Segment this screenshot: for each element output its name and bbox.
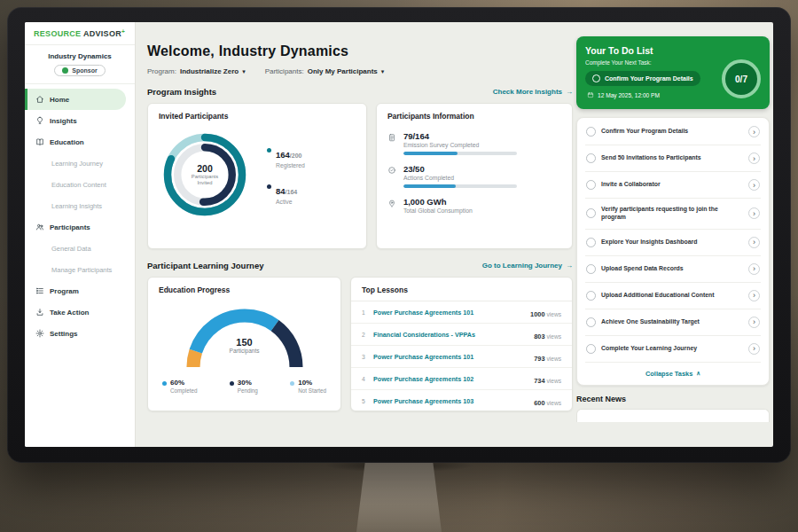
sidebar-item-insights[interactable]: Insights xyxy=(25,110,135,131)
task-label: Send 50 Invitations to Participants xyxy=(601,154,743,162)
chevron-right-icon[interactable]: › xyxy=(748,207,760,219)
task-checkbox[interactable] xyxy=(586,264,596,274)
participants-filter-value: Only My Participants xyxy=(308,67,378,75)
next-task-pill[interactable]: Confirm Your Program Details xyxy=(585,71,700,86)
task-checkbox[interactable] xyxy=(586,153,596,163)
chevron-right-icon[interactable]: › xyxy=(748,343,760,355)
task-circle-icon xyxy=(592,74,600,82)
info-value: 23/50 xyxy=(403,164,517,174)
task-checkbox[interactable] xyxy=(586,317,596,327)
todo-task[interactable]: Confirm Your Program Details › xyxy=(585,119,761,145)
chevron-right-icon[interactable]: › xyxy=(748,237,760,248)
task-checkbox[interactable] xyxy=(586,291,596,301)
location-pin-icon xyxy=(387,199,396,207)
chevron-up-icon: ∧ xyxy=(696,370,700,377)
lesson-row[interactable]: 4 Power Purchase Agreements 102 734views xyxy=(351,368,572,390)
gauge-center-label: 150 Participants xyxy=(178,337,311,354)
program-filter[interactable]: Program: Industrialize Zero ▾ xyxy=(147,67,246,75)
lesson-views: 803 xyxy=(534,332,544,340)
lesson-link[interactable]: Power Purchase Agreements 101 xyxy=(373,309,524,317)
chevron-right-icon[interactable]: › xyxy=(748,126,760,137)
lesson-views-label: views xyxy=(547,400,562,406)
sidebar-item-learning-journey[interactable]: Learning Journey xyxy=(25,153,135,174)
lesson-link[interactable]: Financial Considerations - VPPAs xyxy=(373,331,528,339)
chevron-right-icon[interactable]: › xyxy=(748,290,760,301)
todo-task-list: Confirm Your Program Details › Send 50 I… xyxy=(576,117,770,386)
lesson-link[interactable]: Power Purchase Agreements 102 xyxy=(373,375,528,383)
chevron-right-icon[interactable]: › xyxy=(748,153,760,164)
task-label: Upload Spend Data Records xyxy=(601,265,743,273)
task-checkbox[interactable] xyxy=(586,180,596,190)
task-checkbox[interactable] xyxy=(586,208,596,218)
sidebar-item-take-action[interactable]: Take Action xyxy=(25,301,135,323)
donut-legend: 164/200 Registered 84/164 Active xyxy=(267,145,305,205)
invited-participants-donut: 200 Participants Invited xyxy=(155,125,254,224)
task-checkbox[interactable] xyxy=(586,344,596,354)
todo-task[interactable]: Explore Your Insights Dashboard › xyxy=(585,230,761,256)
arrow-right-icon: → xyxy=(566,88,573,96)
sidebar-item-manage-participants[interactable]: Manage Participants xyxy=(25,259,135,280)
chevron-right-icon[interactable]: › xyxy=(748,317,760,328)
top-lessons-card: Top Lessons 1 Power Purchase Agreements … xyxy=(350,277,573,411)
lesson-views-label: views xyxy=(547,356,562,362)
sidebar-item-education-content[interactable]: Education Content xyxy=(25,174,135,195)
info-row-emission-survey: 79/164 Emission Survey Completed xyxy=(387,131,561,155)
home-icon xyxy=(35,95,44,104)
participants-filter-label: Participants: xyxy=(265,67,304,75)
lesson-link[interactable]: Power Purchase Agreements 101 xyxy=(373,353,528,361)
legend-label: Not Started xyxy=(298,387,326,394)
sidebar-item-program[interactable]: Program xyxy=(25,280,135,301)
lesson-row[interactable]: 1 Power Purchase Agreements 101 1000view… xyxy=(351,301,572,324)
sidebar-item-label: Insights xyxy=(50,117,77,125)
lesson-views-label: views xyxy=(547,333,562,340)
legend-dot-not-started xyxy=(290,381,294,386)
lesson-link[interactable]: Power Purchase Agreements 103 xyxy=(373,397,528,405)
sidebar-item-settings[interactable]: Settings xyxy=(25,323,135,344)
task-checkbox[interactable] xyxy=(586,238,596,247)
check-more-insights-link[interactable]: Check More Insights → xyxy=(493,88,573,96)
lesson-row[interactable]: 3 Power Purchase Agreements 101 793views xyxy=(351,346,572,368)
main-content: Welcome, Industry Dynamics Program: Indu… xyxy=(147,22,573,411)
todo-task[interactable]: Achieve One Sustainability Target › xyxy=(585,309,761,336)
filters-row: Program: Industrialize Zero ▾ Participan… xyxy=(147,67,573,75)
go-to-learning-journey-link[interactable]: Go to Learning Journey → xyxy=(482,262,573,270)
gauge-chart xyxy=(178,300,311,371)
sidebar-item-learning-insights[interactable]: Learning Insights xyxy=(25,195,135,216)
todo-task[interactable]: Send 50 Invitations to Participants › xyxy=(585,145,761,172)
todo-task[interactable]: Complete Your Learning Journey › xyxy=(585,336,761,363)
todo-task[interactable]: Upload Additional Educational Content › xyxy=(585,283,761,309)
list-icon xyxy=(35,286,44,295)
sidebar-item-participants[interactable]: Participants xyxy=(25,216,135,238)
lesson-views-label: views xyxy=(547,311,562,317)
task-label: Invite a Collaborator xyxy=(601,181,743,189)
sidebar-item-general-data[interactable]: General Data xyxy=(25,238,135,259)
sidebar-item-home[interactable]: Home xyxy=(25,89,126,110)
lesson-row[interactable]: 5 Power Purchase Agreements 103 600views xyxy=(351,390,572,411)
sidebar: RESOURCE ADVISOR+ Industry Dynamics Spon… xyxy=(25,22,136,447)
todo-task[interactable]: Invite a Collaborator › xyxy=(585,172,761,199)
todo-title: Your To Do List xyxy=(585,45,761,56)
chevron-right-icon[interactable]: › xyxy=(748,179,760,191)
sidebar-subitem-label: Manage Participants xyxy=(51,266,112,274)
calendar-icon xyxy=(587,91,594,98)
todo-task[interactable]: Verify participants requesting to join t… xyxy=(585,199,761,230)
chevron-right-icon[interactable]: › xyxy=(748,263,760,275)
collapse-tasks-link[interactable]: Collapse Tasks ∧ xyxy=(585,363,761,383)
task-label: Complete Your Learning Journey xyxy=(601,345,743,353)
participants-filter[interactable]: Participants: Only My Participants ▾ xyxy=(265,67,385,75)
sidebar-item-label: Home xyxy=(50,96,69,104)
legend-label: Completed xyxy=(170,387,197,394)
todo-task[interactable]: Upload Spend Data Records › xyxy=(585,256,761,283)
card-title: Top Lessons xyxy=(351,278,572,301)
sidebar-item-education[interactable]: Education xyxy=(25,131,135,153)
todo-panel: Your To Do List Complete Your Next Task:… xyxy=(576,36,770,422)
gauge-value: 150 xyxy=(178,337,311,348)
todo-progress-count: 0/7 xyxy=(735,74,747,84)
legend-pct: 60% xyxy=(170,379,197,387)
task-checkbox[interactable] xyxy=(586,127,596,137)
sponsor-badge[interactable]: Sponsor xyxy=(54,65,105,76)
chevron-down-icon: ▾ xyxy=(242,68,246,75)
lesson-rank: 1 xyxy=(362,309,367,316)
collapse-label: Collapse Tasks xyxy=(645,370,692,378)
lesson-row[interactable]: 2 Financial Considerations - VPPAs 803vi… xyxy=(351,324,572,346)
